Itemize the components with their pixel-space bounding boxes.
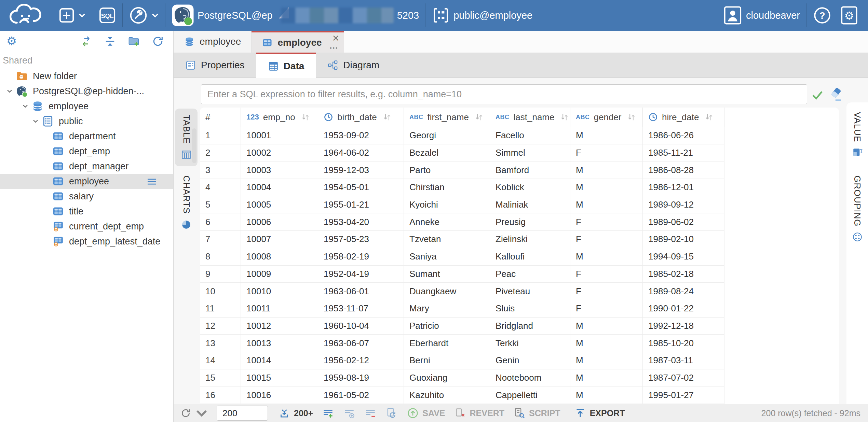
settings-button[interactable]: ⚙	[839, 5, 859, 25]
refresh-results-button[interactable]	[180, 407, 208, 419]
grid-cell[interactable]: 1985-10-20	[643, 335, 724, 352]
grid-cell[interactable]: Sumant	[404, 266, 490, 283]
grid-cell[interactable]: F	[570, 283, 643, 300]
grid-cell[interactable]: Simmel	[490, 144, 570, 162]
grid-cell[interactable]: Koblick	[490, 179, 570, 196]
expander-chevron-icon[interactable]	[29, 115, 42, 127]
duplicate-row-button[interactable]	[343, 407, 355, 419]
row-menu-icon[interactable]	[146, 176, 158, 187]
grid-cell[interactable]: Bridgland	[490, 318, 570, 335]
grid-cell[interactable]: Piveteau	[490, 283, 570, 300]
grid-cell[interactable]: Kazuhito	[404, 386, 490, 404]
link-with-editor-icon[interactable]	[80, 35, 93, 48]
export-button[interactable]: EXPORT	[574, 407, 625, 419]
grid-cell[interactable]: Kalloufi	[490, 248, 570, 266]
grid-cell[interactable]: Berni	[404, 352, 490, 369]
grid-cell[interactable]: 10005	[241, 196, 318, 214]
grid-cell[interactable]: 1986-08-28	[643, 161, 724, 179]
panel-tab-grouping[interactable]: GROUPING	[852, 175, 863, 242]
row-number-cell[interactable]: 9	[200, 266, 241, 283]
grid-cell[interactable]: 10007	[241, 231, 318, 248]
grid-cell[interactable]: Bamford	[490, 161, 570, 179]
grid-cell[interactable]: Anneke	[404, 213, 490, 231]
grid-cell[interactable]: 10001	[241, 127, 318, 144]
tree-item-current-dept-emp[interactable]: current_dept_emp	[0, 219, 173, 234]
grid-cell[interactable]: 1954-05-01	[318, 179, 404, 196]
sort-icon[interactable]	[301, 113, 310, 122]
grid-cell[interactable]: Kyoichi	[404, 196, 490, 214]
row-number-cell[interactable]: 11	[200, 300, 241, 318]
grid-cell[interactable]: Chirstian	[404, 179, 490, 196]
add-row-button[interactable]	[322, 407, 334, 419]
grid-cell[interactable]: Georgi	[404, 127, 490, 144]
grid-cell[interactable]: 1963-06-01	[318, 283, 404, 300]
grid-cell[interactable]: 1989-06-02	[643, 213, 724, 231]
tab-data[interactable]: Data	[256, 53, 316, 78]
grid-cell[interactable]: 10002	[241, 144, 318, 162]
grid-cell[interactable]: Zielinski	[490, 231, 570, 248]
schema-selector[interactable]: public@employee	[432, 6, 532, 25]
grid-cell[interactable]: 1987-07-02	[643, 369, 724, 387]
grid-cell[interactable]: 1953-09-02	[318, 127, 404, 144]
tree-item-postgresql-ep-hidden-[interactable]: PostgreSQL@ep-hidden-...	[0, 84, 173, 99]
grid-cell[interactable]: 10012	[241, 318, 318, 335]
sql-editor-button[interactable]: SQL	[98, 6, 116, 24]
presentation-tab-charts[interactable]: CHARTS	[175, 169, 198, 236]
grid-cell[interactable]: Guoxiang	[404, 369, 490, 387]
column-header-rownum[interactable]: #	[200, 108, 241, 127]
connection-selector[interactable]: PostgreSQL@ep 5203	[172, 4, 419, 27]
save-button[interactable]: SAVE	[407, 407, 445, 419]
grid-cell[interactable]: 1989-09-12	[643, 196, 724, 214]
tree-item-department[interactable]: department	[0, 129, 173, 144]
clear-filter-icon[interactable]	[828, 87, 843, 102]
grid-cell[interactable]: 10004	[241, 179, 318, 196]
grid-cell[interactable]: 10016	[241, 386, 318, 404]
grid-cell[interactable]: 1990-01-22	[643, 300, 724, 318]
grid-cell[interactable]: 1992-12-18	[643, 318, 724, 335]
expander-chevron-icon[interactable]	[3, 85, 16, 97]
tree-item-dept-manager[interactable]: dept_manager	[0, 159, 173, 174]
grid-cell[interactable]: 1994-09-15	[643, 248, 724, 266]
row-number-cell[interactable]: 10	[200, 283, 241, 300]
grid-cell[interactable]: Mary	[404, 300, 490, 318]
grid-cell[interactable]: 10011	[241, 300, 318, 318]
apply-filter-icon[interactable]	[811, 88, 824, 102]
delete-row-button[interactable]	[364, 407, 377, 419]
grid-cell[interactable]: 1959-12-03	[318, 161, 404, 179]
fetch-size-input[interactable]	[217, 406, 268, 421]
row-number-cell[interactable]: 8	[200, 248, 241, 266]
grid-cell[interactable]: Parto	[404, 161, 490, 179]
grid-cell[interactable]: M	[570, 248, 643, 266]
sort-icon[interactable]	[705, 113, 713, 122]
tab-properties[interactable]: Properties	[174, 53, 256, 78]
grid-cell[interactable]: 10010	[241, 283, 318, 300]
grid-cell[interactable]: 1957-05-23	[318, 231, 404, 248]
row-number-cell[interactable]: 7	[200, 231, 241, 248]
grid-cell[interactable]: M	[570, 196, 643, 214]
tools-button[interactable]	[129, 6, 159, 25]
grid-cell[interactable]: 10013	[241, 335, 318, 352]
grid-cell[interactable]: Sluis	[490, 300, 570, 318]
row-number-cell[interactable]: 5	[200, 196, 241, 214]
grid-cell[interactable]: Peac	[490, 266, 570, 283]
tree-item-dept-emp[interactable]: dept_emp	[0, 144, 173, 159]
row-number-cell[interactable]: 2	[200, 144, 241, 162]
close-tab-icon[interactable]: ✕	[332, 33, 340, 44]
column-header-hire_date[interactable]: hire_date	[643, 108, 724, 127]
grid-cell[interactable]: M	[570, 161, 643, 179]
grid-cell[interactable]: Genin	[490, 352, 570, 369]
grid-cell[interactable]: F	[570, 213, 643, 231]
grid-cell[interactable]: 1987-03-11	[643, 352, 724, 369]
grid-cell[interactable]: 10006	[241, 213, 318, 231]
grid-cell[interactable]: 1986-06-26	[643, 127, 724, 144]
tree-item-title[interactable]: title	[0, 204, 173, 219]
sort-icon[interactable]	[475, 113, 483, 122]
tree-item-employee[interactable]: employee	[0, 174, 173, 189]
script-button[interactable]: SCRIPT	[513, 407, 560, 419]
grid-cell[interactable]: 1964-06-02	[318, 144, 404, 162]
sidebar-settings-icon[interactable]: ⚙	[5, 34, 18, 48]
edit-document-button[interactable]	[385, 407, 398, 419]
column-header-last_name[interactable]: ABClast_name	[490, 108, 570, 127]
grid-cell[interactable]: F	[570, 231, 643, 248]
fetch-more-button[interactable]: 200+	[278, 407, 313, 419]
